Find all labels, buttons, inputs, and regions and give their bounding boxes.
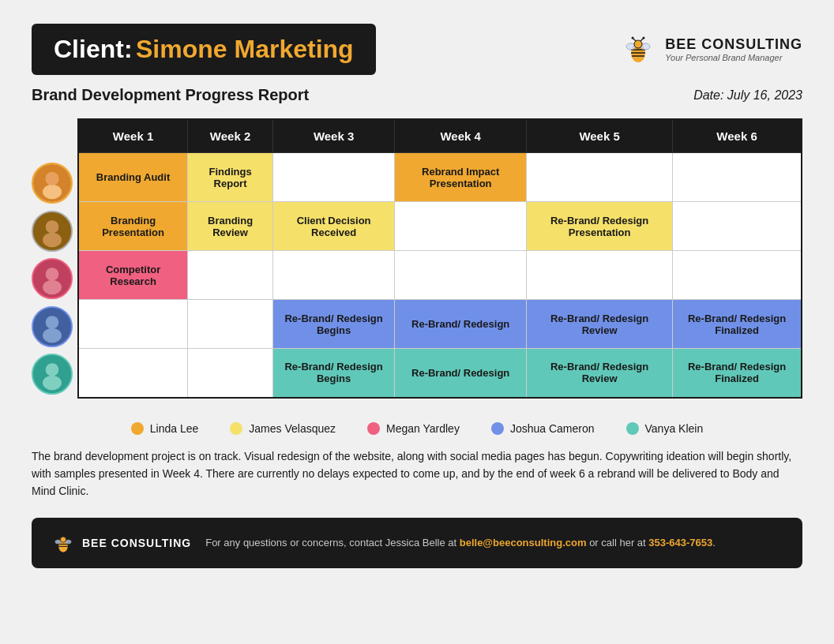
table-cell: Competitor Research [78, 251, 188, 300]
table-cell [527, 153, 673, 202]
legend-label: Joshua Cameron [510, 422, 595, 435]
svg-point-30 [55, 540, 61, 544]
table-cell [188, 349, 273, 398]
svg-point-13 [43, 185, 62, 199]
table-wrapper: Week 1 Week 2 Week 3 Week 4 Week 5 Week … [32, 118, 802, 399]
legend-label: Vanya Klein [645, 422, 704, 435]
footer: BEE CONSULTING For any questions or conc… [32, 518, 802, 568]
table-cell [272, 153, 394, 202]
svg-point-16 [46, 220, 59, 234]
bee-icon [621, 32, 656, 67]
legend-dot [626, 422, 639, 435]
legend-dot [131, 422, 144, 435]
avatar-column [32, 118, 77, 399]
legend-label: Linda Lee [150, 422, 199, 435]
table-cell [395, 202, 527, 251]
avatar-vanya [32, 354, 73, 395]
avatar-linda [32, 163, 73, 204]
legend-row: Linda LeeJames VelasquezMegan YardleyJos… [32, 422, 802, 435]
col-week2: Week 2 [188, 119, 273, 153]
legend-dot [230, 422, 242, 435]
svg-point-20 [43, 280, 62, 294]
client-name: Simone Marketing [136, 35, 354, 63]
schedule-table: Week 1 Week 2 Week 3 Week 4 Week 5 Week … [77, 118, 802, 399]
col-week4: Week 4 [395, 119, 527, 153]
svg-point-14 [46, 172, 59, 185]
svg-point-25 [46, 363, 59, 376]
footer-email[interactable]: belle@beeconsulting.com [460, 537, 587, 549]
table-cell: Re-Brand/ Redesign Begins [272, 300, 394, 349]
legend-item: Megan Yardley [367, 422, 460, 435]
footer-company-name: BEE CONSULTING [82, 537, 191, 549]
logo-area: BEE CONSULTING Your Personal Brand Manag… [621, 32, 802, 67]
legend-item: Vanya Klein [626, 422, 704, 435]
footer-phone[interactable]: 353-643-7653 [648, 537, 712, 549]
table-cell: Re-Brand/ Redesign Begins [272, 349, 394, 398]
footer-contact-text: For any questions or concerns, contact J… [205, 537, 716, 549]
table-cell [395, 251, 527, 300]
svg-point-23 [43, 328, 62, 343]
legend-dot [491, 422, 504, 435]
table-cell: Re-Brand/ Redesign Finalized [673, 300, 802, 349]
svg-point-34 [59, 534, 61, 535]
table-cell [673, 202, 802, 251]
page: Client: Simone Marketing [32, 24, 802, 568]
svg-point-8 [632, 36, 634, 39]
report-title: Brand Development Progress Report [32, 86, 309, 104]
avatar-joshua [32, 306, 73, 347]
col-week6: Week 6 [673, 119, 802, 153]
table-cell: Re-Brand/ Redesign [395, 300, 527, 349]
legend-label: Megan Yardley [386, 422, 460, 435]
col-week5: Week 5 [527, 119, 673, 153]
subtitle-row: Brand Development Progress Report Date: … [32, 86, 802, 104]
table-cell: Re-Brand/ Redesign Review [527, 349, 673, 398]
title-box: Client: Simone Marketing [32, 24, 376, 75]
client-label: Client: [54, 35, 133, 63]
table-cell [272, 251, 394, 300]
table-cell: Branding Audit [78, 153, 188, 202]
table-cell [673, 251, 802, 300]
date-label: Date: July 16, 2023 [693, 88, 802, 103]
svg-point-22 [46, 316, 59, 329]
table-cell: Re-Brand/ Redesign Presentation [527, 202, 673, 251]
legend-dot [367, 422, 380, 435]
logo-tagline: Your Personal Brand Manager [665, 53, 802, 62]
col-week1: Week 1 [78, 119, 188, 153]
company-name: BEE CONSULTING [665, 36, 802, 53]
svg-point-26 [43, 376, 62, 390]
legend-item: James Velasquez [230, 422, 336, 435]
svg-point-19 [46, 268, 59, 281]
legend-label: James Velasquez [249, 422, 336, 435]
logo-text: BEE CONSULTING Your Personal Brand Manag… [665, 36, 802, 62]
svg-point-17 [43, 233, 62, 247]
avatar-james [32, 211, 73, 252]
table-cell: Re-Brand/ Redesign [395, 349, 527, 398]
table-cell [188, 251, 273, 300]
footer-bee-icon [51, 530, 76, 556]
svg-point-32 [60, 537, 66, 542]
table-cell [78, 300, 188, 349]
table-cell: Branding Presentation [78, 202, 188, 251]
table-cell [78, 349, 188, 398]
table-cell [673, 153, 802, 202]
table-cell: Re-Brand/ Redesign Review [527, 300, 673, 349]
table-cell: Findings Report [188, 153, 273, 202]
legend-item: Joshua Cameron [491, 422, 595, 435]
table-cell [188, 300, 273, 349]
svg-point-36 [66, 534, 67, 535]
table-cell: Re-Brand/ Redesign Finalized [673, 349, 802, 398]
legend-item: Linda Lee [131, 422, 199, 435]
svg-point-6 [634, 40, 642, 48]
svg-point-10 [643, 36, 645, 39]
table-cell: Branding Review [188, 202, 273, 251]
svg-point-31 [66, 540, 71, 544]
description-text: The brand development project is on trac… [32, 447, 802, 500]
table-cell: Rebrand Impact Presentation [395, 153, 527, 202]
footer-logo: BEE CONSULTING [51, 530, 191, 556]
table-cell: Client Decision Received [272, 202, 394, 251]
avatar-megan [32, 258, 73, 299]
table-cell [527, 251, 673, 300]
col-week3: Week 3 [272, 119, 394, 153]
header-row: Client: Simone Marketing [32, 24, 802, 75]
